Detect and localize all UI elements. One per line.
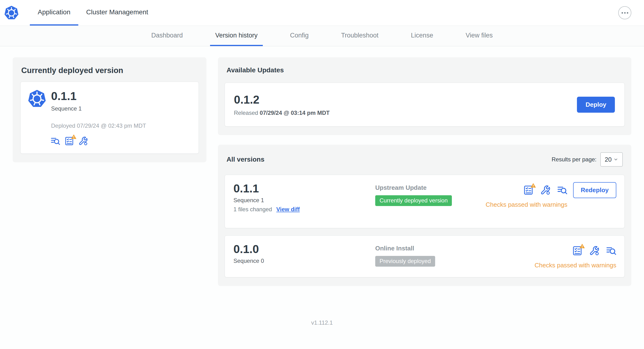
current-version-number: 0.1.1 <box>51 90 82 103</box>
tab-troubleshoot[interactable]: Troubleshoot <box>336 26 384 46</box>
redeploy-button[interactable]: Redeploy <box>573 182 616 198</box>
view-diff-link[interactable]: View diff <box>276 206 300 213</box>
ellipsis-icon <box>622 12 623 14</box>
preflight-checks-icon[interactable] <box>64 136 74 146</box>
console-version: v1.112.1 <box>311 320 333 326</box>
available-updates-title: Available Updates <box>226 66 625 74</box>
available-update-card: 0.1.2 Released 07/29/24 @ 03:14 pm MDT D… <box>224 82 625 126</box>
right-column: Available Updates 0.1.2 Released 07/29/2… <box>218 57 631 286</box>
page-footer: v1.112.1 <box>0 286 644 336</box>
checks-status-text: Checks passed with warnings <box>535 262 616 269</box>
tab-application[interactable]: Application <box>30 0 78 26</box>
edit-config-icon[interactable] <box>589 246 599 256</box>
tab-license[interactable]: License <box>406 26 438 46</box>
chevron-down-icon <box>614 157 618 162</box>
current-version-card: 0.1.1 Sequence 1 Deployed 07/29/24 @ 02:… <box>20 82 199 154</box>
row-sequence: Sequence 1 <box>234 197 375 204</box>
results-per-page-select[interactable]: 20 <box>600 152 623 166</box>
row-version-number: 0.1.0 <box>234 243 375 256</box>
all-versions-title: All versions <box>226 156 264 163</box>
row-version-number: 0.1.1 <box>234 182 375 195</box>
current-version-actions <box>50 136 192 146</box>
deploy-logs-icon[interactable] <box>606 246 616 256</box>
top-navbar: Application Cluster Management <box>0 0 644 26</box>
results-per-page-label: Results per page: <box>552 156 596 163</box>
deploy-logs-icon[interactable] <box>50 136 60 146</box>
app-subnav: Dashboard Version history Config Trouble… <box>0 26 644 46</box>
checks-status-text: Checks passed with warnings <box>486 201 568 208</box>
tab-view-files[interactable]: View files <box>460 26 498 46</box>
status-badge: Currently deployed version <box>375 195 452 206</box>
tab-version-history[interactable]: Version history <box>210 26 263 46</box>
all-versions-panel: All versions Results per page: 20 0.1.1 … <box>218 145 631 286</box>
version-source-label: Online Install <box>375 245 535 252</box>
version-row: 0.1.1 Sequence 1 1 files changed View di… <box>224 175 625 228</box>
version-row: 0.1.0 Sequence 0 Online Install Previous… <box>224 235 625 278</box>
preflight-warning-icon <box>71 134 76 140</box>
current-version-title: Currently deployed version <box>21 66 199 75</box>
update-version-number: 0.1.2 <box>234 93 330 106</box>
row-sequence: Sequence 0 <box>234 258 375 264</box>
current-version-sequence: Sequence 1 <box>51 105 82 112</box>
kubernetes-app-icon <box>28 90 46 108</box>
deploy-logs-icon[interactable] <box>557 185 568 195</box>
version-source-label: Upstream Update <box>375 184 486 192</box>
tab-dashboard[interactable]: Dashboard <box>146 26 188 46</box>
kubernetes-logo-icon <box>4 6 19 20</box>
deployed-timestamp: Deployed 07/29/24 @ 02:43 pm MDT <box>51 122 192 129</box>
tab-config[interactable]: Config <box>285 26 314 46</box>
edit-config-icon[interactable] <box>78 136 88 146</box>
main-content: Currently deployed version <box>0 46 644 286</box>
available-updates-panel: Available Updates 0.1.2 Released 07/29/2… <box>218 57 631 135</box>
preflight-warning-icon <box>530 182 536 188</box>
current-version-panel: Currently deployed version <box>13 57 206 162</box>
edit-config-icon[interactable] <box>540 185 550 195</box>
top-tabs: Application Cluster Management <box>30 0 156 26</box>
update-released-timestamp: Released 07/29/24 @ 03:14 pm MDT <box>234 110 330 116</box>
preflight-checks-icon[interactable] <box>523 185 534 195</box>
files-changed-label: 1 files changed <box>234 206 272 213</box>
preflight-checks-icon[interactable] <box>572 246 582 256</box>
tab-cluster-management[interactable]: Cluster Management <box>78 0 156 26</box>
status-badge: Previously deployed <box>375 256 435 267</box>
preflight-warning-icon <box>579 243 585 249</box>
overflow-menu-button[interactable] <box>618 6 631 19</box>
deploy-button[interactable]: Deploy <box>577 97 615 113</box>
